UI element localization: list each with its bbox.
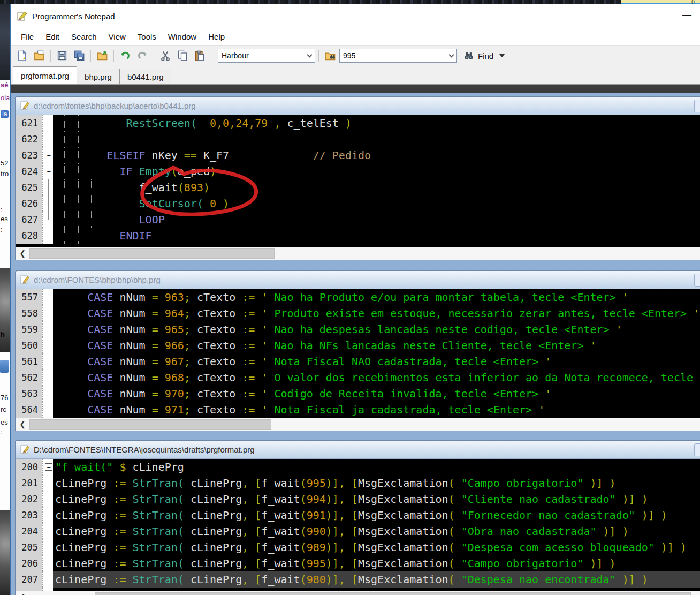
scrollbar-thumb[interactable] bbox=[95, 592, 691, 595]
code-text[interactable]: IF Empty(a_ped) bbox=[53, 163, 700, 179]
horizontal-scrollbar[interactable]: ❮ bbox=[16, 247, 700, 260]
fold-margin[interactable]: − bbox=[42, 459, 53, 475]
code-text[interactable]: cLinePrg := StrTran( cLinePrg, [f_wait(9… bbox=[53, 555, 700, 571]
code-text[interactable]: cLinePrg := StrTran( cLinePrg, [f_wait(9… bbox=[53, 523, 700, 539]
scrollbar-thumb[interactable] bbox=[29, 419, 271, 430]
code-line-561[interactable]: 561 CASE nNum = 967; cTexto := ' Nota Fi… bbox=[16, 353, 700, 370]
code-text[interactable]: CASE nNum = 966; cTexto := ' Nao ha NFs … bbox=[53, 337, 700, 353]
code-area[interactable]: 621 RestScreen( 0,0,24,79 , c_telEst )62… bbox=[16, 115, 700, 247]
undo-button[interactable] bbox=[117, 48, 133, 63]
code-line-200[interactable]: 200−"f_wait(" $ cLinePrg bbox=[16, 459, 700, 475]
pane-button[interactable] bbox=[694, 100, 700, 112]
new-file-button[interactable] bbox=[14, 48, 30, 63]
code-line-203[interactable]: 203cLinePrg := StrTran( cLinePrg, [f_wai… bbox=[16, 507, 700, 523]
code-area[interactable]: 557 CASE nNum = 963; cTexto := ' Nao ha … bbox=[16, 289, 700, 418]
code-line-626[interactable]: 626 SetCursor( 0 ) bbox=[16, 195, 700, 212]
code-text[interactable]: f_wait(893) bbox=[53, 179, 700, 195]
code-line-204[interactable]: 204cLinePrg := StrTran( cLinePrg, [f_wai… bbox=[16, 523, 700, 539]
scheme-selector[interactable]: Harbour bbox=[218, 49, 315, 63]
open-file-button[interactable] bbox=[31, 48, 47, 63]
code-line-207[interactable]: 207cLinePrg := StrTran( cLinePrg, [f_wai… bbox=[16, 571, 700, 588]
code-line-559[interactable]: 559 CASE nNum = 965; cTexto := ' Nao ha … bbox=[16, 321, 700, 337]
menu-help[interactable]: Help bbox=[202, 30, 231, 43]
code-text[interactable]: "f_wait(" $ cLinePrg bbox=[53, 459, 700, 475]
menu-tools[interactable]: Tools bbox=[132, 30, 162, 43]
menu-edit[interactable]: Edit bbox=[40, 30, 65, 43]
code-line-562[interactable]: 562 CASE nNum = 968; cTexto := ' O valor… bbox=[16, 370, 700, 386]
horizontal-scrollbar[interactable]: ❮ bbox=[16, 591, 700, 595]
save-button[interactable] bbox=[54, 48, 70, 63]
code-text[interactable]: CASE nNum = 964; cTexto := ' Produto exi… bbox=[53, 305, 700, 321]
menu-search[interactable]: Search bbox=[65, 30, 103, 43]
code-line-625[interactable]: 625 f_wait(893) bbox=[16, 179, 700, 195]
code-text[interactable]: cLinePrg := StrTran( cLinePrg, [f_wait(9… bbox=[53, 571, 700, 588]
menu-file[interactable]: File bbox=[15, 30, 40, 43]
code-line-627[interactable]: 627 LOOP bbox=[16, 212, 700, 228]
fold-collapse-icon[interactable]: − bbox=[45, 463, 52, 471]
code-area[interactable]: 200−"f_wait(" $ cLinePrg201cLinePrg := S… bbox=[16, 459, 700, 591]
pane-button[interactable] bbox=[694, 274, 700, 287]
code-text[interactable]: ELSEIF nKey == K_F7 // Pedido bbox=[53, 147, 700, 163]
code-line-628[interactable]: 628 ENDIF bbox=[16, 228, 700, 244]
fold-margin[interactable]: − bbox=[42, 163, 53, 179]
menu-window[interactable]: Window bbox=[162, 30, 202, 43]
code-line-560[interactable]: 560 CASE nNum = 966; cTexto := ' Nao ha … bbox=[16, 337, 700, 353]
code-line-623[interactable]: 623− ELSEIF nKey == K_F7 // Pedido bbox=[16, 147, 700, 163]
open-folder-button[interactable] bbox=[94, 48, 110, 63]
tab-b0441-prg[interactable]: b0441.prg bbox=[119, 69, 172, 84]
title-bar[interactable]: Programmer's Notepad — bbox=[11, 4, 700, 28]
code-line-202[interactable]: 202cLinePrg := StrTran( cLinePrg, [f_wai… bbox=[16, 491, 700, 507]
code-text[interactable]: cLinePrg := StrTran( cLinePrg, [f_wait(9… bbox=[53, 475, 700, 491]
code-line-624[interactable]: 624− IF Empty(a_ped) bbox=[16, 163, 700, 179]
cut-button[interactable] bbox=[157, 48, 173, 63]
horizontal-scrollbar[interactable]: ❮ bbox=[16, 418, 700, 431]
scroll-left-arrow-icon[interactable]: ❮ bbox=[16, 591, 29, 595]
code-line-622[interactable]: 622 bbox=[16, 131, 700, 147]
code-line-621[interactable]: 621 RestScreen( 0,0,24,79 , c_telEst ) bbox=[16, 115, 700, 131]
fold-collapse-icon[interactable]: − bbox=[45, 168, 52, 175]
save-all-button[interactable] bbox=[71, 48, 87, 63]
code-text[interactable]: CASE nNum = 965; cTexto := ' Nao ha desp… bbox=[53, 321, 700, 337]
search-input[interactable]: 995 bbox=[339, 49, 457, 63]
pane-title-bar[interactable]: d:\cdrom\FONTES\bhp\bhp\bhp.prg bbox=[16, 271, 700, 289]
code-text[interactable] bbox=[53, 131, 700, 147]
code-text[interactable]: CASE nNum = 963; cTexto := ' Nao ha Prod… bbox=[53, 289, 700, 305]
code-text[interactable]: CASE nNum = 971; cTexto := ' Nota Fiscal… bbox=[53, 402, 700, 418]
code-line-564[interactable]: 564 CASE nNum = 971; cTexto := ' Nota Fi… bbox=[16, 402, 700, 418]
fold-margin[interactable]: − bbox=[42, 147, 53, 163]
pane-title-bar[interactable]: d:\cdrom\fontes\bhp\backup\acerto\b0441.… bbox=[16, 97, 700, 115]
code-line-205[interactable]: 205cLinePrg := StrTran( cLinePrg, [f_wai… bbox=[16, 539, 700, 555]
code-line-563[interactable]: 563 CASE nNum = 970; cTexto := ' Codigo … bbox=[16, 386, 700, 402]
tab-bhp-prg[interactable]: bhp.prg bbox=[77, 69, 120, 84]
copy-button[interactable] bbox=[174, 48, 191, 63]
pane-title-bar[interactable]: D:\cdrom\FONTES\INTEGRA\josequintas\draf… bbox=[16, 441, 700, 459]
code-text[interactable]: cLinePrg := StrTran( cLinePrg, [f_wait(9… bbox=[53, 507, 700, 523]
find-dropdown-caret[interactable] bbox=[499, 54, 505, 57]
code-line-201[interactable]: 201cLinePrg := StrTran( cLinePrg, [f_wai… bbox=[16, 475, 700, 491]
scroll-left-arrow-icon[interactable]: ❮ bbox=[16, 247, 29, 260]
fold-collapse-icon[interactable]: − bbox=[45, 152, 52, 159]
redo-button[interactable] bbox=[134, 48, 150, 63]
tab-prgformat-prg[interactable]: prgformat.prg bbox=[13, 66, 77, 84]
code-line-206[interactable]: 206cLinePrg := StrTran( cLinePrg, [f_wai… bbox=[16, 555, 700, 571]
scroll-left-arrow-icon[interactable]: ❮ bbox=[16, 418, 29, 431]
pane-button[interactable] bbox=[694, 443, 700, 456]
code-text[interactable]: CASE nNum = 967; cTexto := ' Nota Fiscal… bbox=[53, 353, 700, 370]
code-text[interactable]: CASE nNum = 970; cTexto := ' Codigo de R… bbox=[53, 386, 700, 402]
code-text[interactable]: ENDIF bbox=[53, 228, 700, 244]
find-button[interactable]: Find bbox=[463, 50, 505, 61]
code-text[interactable]: SetCursor( 0 ) bbox=[53, 195, 700, 212]
code-text[interactable]: LOOP bbox=[53, 212, 700, 228]
menu-view[interactable]: View bbox=[103, 30, 132, 43]
paste-button[interactable] bbox=[192, 48, 208, 63]
code-text[interactable]: cLinePrg := StrTran( cLinePrg, [f_wait(9… bbox=[53, 539, 700, 555]
code-text[interactable]: CASE nNum = 968; cTexto := ' O valor dos… bbox=[53, 370, 700, 386]
toolbar-separator bbox=[318, 50, 319, 62]
find-in-files-button[interactable] bbox=[322, 48, 338, 63]
minimize-button[interactable]: — bbox=[682, 10, 691, 20]
code-line-558[interactable]: 558 CASE nNum = 964; cTexto := ' Produto… bbox=[16, 305, 700, 321]
code-text[interactable]: cLinePrg := StrTran( cLinePrg, [f_wait(9… bbox=[53, 491, 700, 507]
code-line-557[interactable]: 557 CASE nNum = 963; cTexto := ' Nao ha … bbox=[16, 289, 700, 305]
code-text[interactable]: RestScreen( 0,0,24,79 , c_telEst ) bbox=[53, 115, 700, 131]
scrollbar-thumb[interactable] bbox=[29, 248, 275, 259]
